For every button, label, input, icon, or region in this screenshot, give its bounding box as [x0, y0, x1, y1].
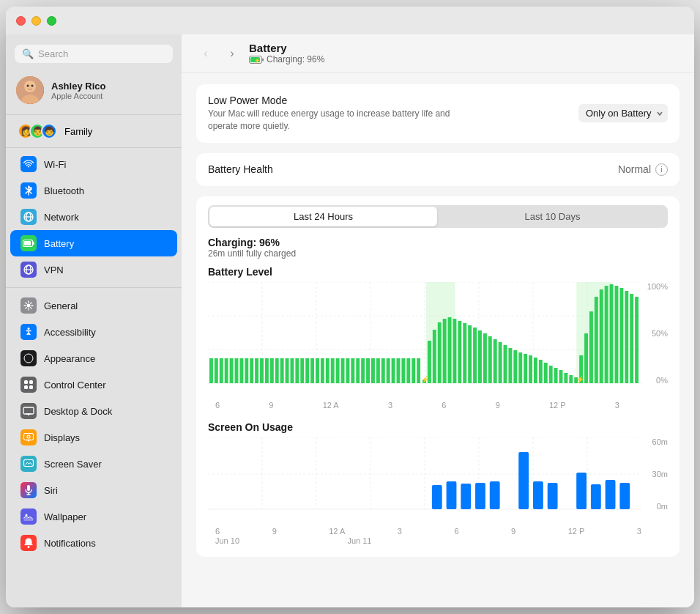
- svg-rect-151: [461, 484, 471, 509]
- svg-rect-90: [412, 358, 415, 383]
- svg-rect-66: [290, 358, 294, 383]
- svg-rect-74: [331, 358, 335, 383]
- svg-rect-108: [499, 342, 502, 383]
- sidebar-item-notifications[interactable]: Notifications: [10, 530, 177, 556]
- forward-button[interactable]: ›: [223, 44, 242, 63]
- svg-rect-117: [544, 363, 548, 383]
- sidebar-item-wallpaper[interactable]: Wallpaper: [10, 503, 177, 530]
- sidebar-item-displays[interactable]: Displays: [10, 424, 177, 451]
- svg-rect-98: [448, 317, 452, 383]
- appearance-icon: [21, 350, 37, 366]
- battery-charging-icon: ⚡: [249, 56, 264, 64]
- svg-rect-77: [346, 358, 349, 383]
- minimize-button[interactable]: [31, 16, 41, 26]
- sidebar-item-network[interactable]: Network: [10, 204, 177, 230]
- page-title: Battery: [249, 42, 324, 54]
- sidebar-item-accessibility[interactable]: Accessibility: [10, 319, 177, 345]
- sidebar-item-general[interactable]: General: [10, 292, 177, 319]
- svg-rect-104: [478, 330, 482, 383]
- info-icon[interactable]: i: [655, 163, 668, 176]
- su-y-0: 0m: [657, 502, 668, 511]
- svg-rect-100: [458, 321, 461, 383]
- svg-point-15: [28, 328, 30, 330]
- svg-rect-99: [453, 319, 456, 383]
- svg-rect-130: [605, 286, 608, 383]
- sidebar-item-desktop[interactable]: Desktop & Dock: [10, 398, 177, 424]
- svg-rect-116: [539, 360, 543, 383]
- low-power-desc: Your Mac will reduce energy usage to inc…: [208, 108, 457, 133]
- svg-rect-28: [24, 460, 34, 467]
- svg-rect-73: [326, 358, 329, 383]
- svg-rect-55: [235, 358, 239, 383]
- svg-rect-95: [433, 330, 436, 383]
- svg-rect-109: [504, 345, 507, 383]
- search-icon: 🔍: [22, 48, 34, 59]
- svg-rect-149: [432, 485, 442, 509]
- search-bar[interactable]: 🔍: [15, 45, 173, 63]
- back-button[interactable]: ‹: [196, 44, 215, 63]
- vpn-label: VPN: [44, 265, 64, 275]
- sidebar-item-vpn[interactable]: VPN: [10, 256, 177, 283]
- svg-rect-135: [630, 294, 633, 383]
- sidebar-item-family[interactable]: 👩 👨 🧒 Family: [10, 118, 177, 144]
- su-y-60: 60m: [652, 437, 668, 446]
- svg-rect-87: [397, 358, 401, 383]
- svg-rect-123: [569, 375, 573, 383]
- svg-rect-120: [559, 370, 563, 383]
- appearance-label: Appearance: [44, 353, 95, 364]
- last-10days-button[interactable]: Last 10 Days: [439, 207, 666, 226]
- search-input[interactable]: [38, 48, 165, 59]
- svg-rect-54: [230, 358, 234, 383]
- displays-icon: [21, 429, 37, 445]
- family-label: Family: [64, 126, 92, 137]
- y-label-0: 0%: [656, 376, 668, 385]
- battery-level-title: Battery Level: [208, 266, 668, 278]
- battery-chart-card: Last 24 Hours Last 10 Days Charging: 96%…: [196, 196, 679, 557]
- battery-chart-section: Charging: 96% 26m until fully charged Ba…: [196, 237, 679, 557]
- svg-text:⚡: ⚡: [576, 375, 585, 384]
- svg-rect-114: [529, 355, 532, 383]
- svg-rect-115: [534, 358, 537, 383]
- svg-rect-107: [494, 339, 497, 383]
- vpn-icon: [21, 262, 37, 278]
- avatar: [16, 76, 44, 104]
- svg-rect-128: [595, 297, 598, 383]
- svg-rect-59: [255, 358, 258, 383]
- svg-rect-118: [549, 366, 553, 383]
- battery-level-chart: ⚡ ⚡: [208, 282, 641, 385]
- svg-rect-68: [300, 358, 304, 383]
- svg-rect-153: [490, 481, 500, 509]
- last-24h-button[interactable]: Last 24 Hours: [209, 207, 437, 226]
- svg-rect-81: [366, 358, 370, 383]
- screen-usage-title: Screen On Usage: [208, 421, 668, 433]
- svg-rect-60: [260, 358, 264, 383]
- sidebar-item-controlcenter[interactable]: Control Center: [10, 371, 177, 398]
- user-section[interactable]: Ashley Rico Apple Account: [6, 70, 182, 111]
- svg-rect-155: [533, 481, 543, 509]
- svg-rect-85: [387, 358, 390, 383]
- sidebar-item-wifi[interactable]: Wi-Fi: [10, 151, 177, 177]
- low-power-select[interactable]: Only on Battery: [578, 104, 668, 122]
- wifi-label: Wi-Fi: [44, 159, 66, 170]
- sidebar-item-screensaver[interactable]: Screen Saver: [10, 451, 177, 477]
- bluetooth-label: Bluetooth: [44, 185, 84, 196]
- svg-rect-64: [280, 358, 284, 383]
- svg-rect-154: [518, 452, 529, 509]
- svg-point-4: [31, 85, 34, 87]
- sidebar-item-appearance[interactable]: Appearance: [10, 345, 177, 371]
- svg-rect-119: [554, 368, 558, 383]
- main-header: ‹ › Battery ⚡ Charging: 96%: [182, 34, 694, 73]
- svg-rect-82: [371, 358, 375, 383]
- bluetooth-icon: [21, 182, 37, 199]
- svg-rect-57: [245, 358, 248, 383]
- maximize-button[interactable]: [47, 16, 56, 26]
- svg-rect-62: [270, 358, 274, 383]
- header-subtitle: ⚡ Charging: 96%: [249, 54, 324, 64]
- sidebar-item-siri[interactable]: Siri: [10, 477, 177, 503]
- svg-rect-156: [548, 483, 558, 509]
- battery-health-card: Battery Health Normal i: [196, 153, 679, 186]
- close-button[interactable]: [16, 16, 26, 26]
- sidebar-item-battery[interactable]: Battery: [10, 230, 177, 256]
- sidebar-item-bluetooth[interactable]: Bluetooth: [10, 177, 177, 204]
- user-name: Ashley Rico: [51, 81, 105, 92]
